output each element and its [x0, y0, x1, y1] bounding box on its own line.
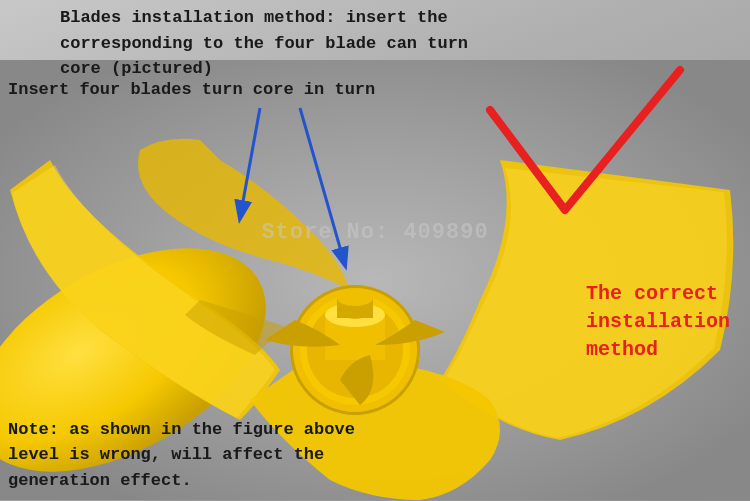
- instruction-line-1: Blades installation method: insert the: [60, 5, 730, 31]
- correct-line-2: installation: [586, 308, 730, 336]
- bottom-note-text: Note: as shown in the figure above level…: [8, 417, 730, 494]
- store-watermark: Store No: 409890: [261, 220, 488, 245]
- correct-line-1: The correct: [586, 280, 730, 308]
- note-line-2: level is wrong, will affect the: [8, 442, 730, 468]
- instruction-line-3: core (pictured): [60, 56, 730, 82]
- insert-instruction-text: Insert four blades turn core in turn: [8, 80, 375, 99]
- correct-installation-text: The correct installation method: [586, 280, 730, 364]
- top-instruction-text: Blades installation method: insert the c…: [60, 5, 730, 82]
- instruction-line-2: corresponding to the four blade can turn: [60, 31, 730, 57]
- correct-line-3: method: [586, 336, 730, 364]
- note-line-3: generation effect.: [8, 468, 730, 494]
- note-line-1: Note: as shown in the figure above: [8, 417, 730, 443]
- svg-point-11: [337, 290, 373, 306]
